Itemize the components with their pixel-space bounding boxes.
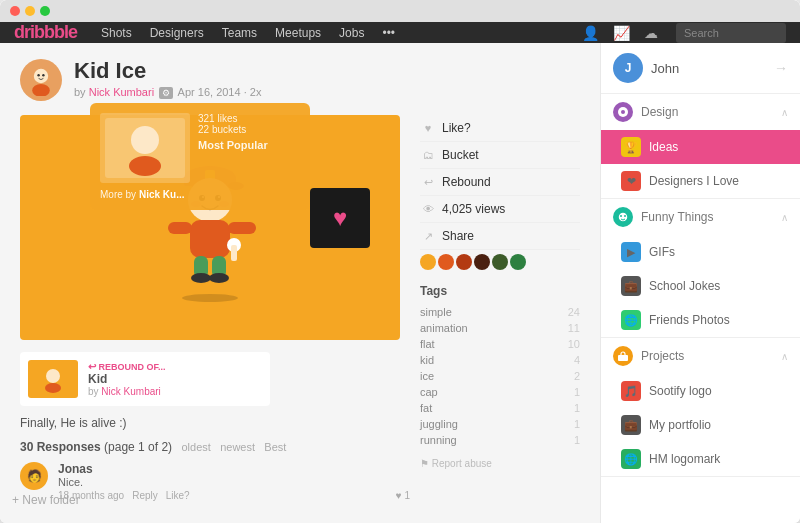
close-dot[interactable] (10, 6, 20, 16)
nav-meetups[interactable]: Meetups (275, 26, 321, 40)
svg-rect-16 (168, 222, 192, 234)
maximize-dot[interactable] (40, 6, 50, 16)
friends-photos-label: Friends Photos (649, 313, 730, 327)
rebound-by: by Nick Kumbari (88, 386, 166, 397)
popup-thumbnail[interactable] (100, 113, 190, 183)
tags-section: Tags simple24 animation11 flat10 kid4 ic… (420, 284, 580, 469)
ideas-label: Ideas (649, 140, 678, 154)
sidebar-item-spotify[interactable]: 🎵 Sootify logo (601, 374, 800, 408)
action-bucket[interactable]: 🗂 Bucket (420, 142, 580, 169)
person-icon[interactable]: 👤 (582, 25, 599, 41)
heart-icon: ♥ (333, 204, 347, 232)
author-link[interactable]: Nick Kumbari (89, 86, 154, 98)
shot-actions: ♥ Like? 🗂 Bucket ↩ Rebound 👁 (420, 115, 580, 270)
nav-teams[interactable]: Teams (222, 26, 257, 40)
rebound-thumbnail[interactable] (28, 360, 78, 398)
svg-point-22 (191, 273, 211, 283)
section-label-funny: Funny Things (641, 210, 714, 224)
action-views: 👁 4,025 views (420, 196, 580, 223)
report-abuse[interactable]: ⚑ Report abuse (420, 458, 580, 469)
sidebar-item-ideas[interactable]: 🏆 Ideas (601, 130, 800, 164)
sidebar-item-designers-love[interactable]: ❤ Designers I Love (601, 164, 800, 198)
sidebar-item-gifs[interactable]: ▶ GIFs (601, 235, 800, 269)
section-header-projects[interactable]: Projects ∧ (601, 338, 800, 374)
navbar-icons: 👤 📈 ☁ (582, 25, 658, 41)
sidebar-arrow-icon[interactable]: → (774, 60, 788, 76)
sidebar-user-avatar: J (613, 53, 643, 83)
rebound-info: ↩ REBOUND OF... Kid by Nick Kumbari (88, 361, 166, 397)
section-header-design[interactable]: Design ∧ (601, 94, 800, 130)
black-card[interactable]: ♥ (310, 188, 370, 248)
sidebar-item-hm-logo[interactable]: 🌐 HM logomark (601, 442, 800, 476)
author-badge: ⚙ (159, 87, 173, 99)
bucket-label: Bucket (442, 148, 479, 162)
sidebar-item-friends-photos[interactable]: 🌐 Friends Photos (601, 303, 800, 337)
sidebar-user: J John → (601, 43, 800, 94)
tag-row: ice2 (420, 368, 580, 384)
minimize-dot[interactable] (25, 6, 35, 16)
svg-point-3 (42, 74, 44, 76)
rebound-action-label: Rebound (442, 175, 491, 189)
sort-oldest[interactable]: oldest (181, 441, 210, 453)
action-like[interactable]: ♥ Like? (420, 115, 580, 142)
color-swatch-3[interactable] (456, 254, 472, 270)
response-username[interactable]: Jonas (58, 462, 410, 476)
share-icon: ↗ (420, 228, 436, 244)
color-swatch-4[interactable] (474, 254, 490, 270)
rebound-title[interactable]: Kid (88, 372, 166, 386)
section-label-design: Design (641, 105, 678, 119)
spotify-icon: 🎵 (621, 381, 641, 401)
upload-icon[interactable]: ☁ (644, 25, 658, 41)
tag-row: flat10 (420, 336, 580, 352)
svg-rect-15 (190, 220, 230, 258)
shot-right: ♥ Like? 🗂 Bucket ↩ Rebound 👁 (420, 115, 580, 509)
ideas-icon: 🏆 (621, 137, 641, 157)
popup-likes: 321 likes (198, 113, 300, 124)
popup-content: 321 likes 22 buckets Most Popular (100, 113, 300, 183)
shot-popup: 321 likes 22 buckets Most Popular More b… (90, 103, 310, 210)
color-swatch-2[interactable] (438, 254, 454, 270)
responses-count: 30 Responses (20, 440, 101, 454)
rebound-author[interactable]: Nick Kumbari (101, 386, 160, 397)
tag-row: kid4 (420, 352, 580, 368)
nav-jobs[interactable]: Jobs (339, 26, 364, 40)
popup-more-link[interactable]: Nick Ku... (139, 189, 185, 200)
svg-point-32 (624, 215, 626, 217)
svg-point-35 (131, 126, 159, 154)
funny-chevron-icon: ∧ (781, 212, 788, 223)
color-swatch-1[interactable] (420, 254, 436, 270)
main-layout: Kid Ice by Nick Kumbari ⚙ Apr 16, 2014 ·… (0, 43, 800, 523)
nav-more[interactable]: ••• (382, 26, 395, 40)
sidebar-section-funny: Funny Things ∧ ▶ GIFs 💼 School Jokes 🌐 F… (601, 199, 800, 338)
shot-byline: by Nick Kumbari ⚙ Apr 16, 2014 · 2x (74, 86, 261, 98)
color-swatch-5[interactable] (492, 254, 508, 270)
friends-photos-icon: 🌐 (621, 310, 641, 330)
shot-description: Finally, He is alive :) (20, 416, 410, 430)
sidebar-item-portfolio[interactable]: 💼 My portfolio (601, 408, 800, 442)
activity-icon[interactable]: 📈 (613, 25, 630, 41)
section-header-funny[interactable]: Funny Things ∧ (601, 199, 800, 235)
dribbble-logo[interactable]: dribbble (14, 22, 77, 43)
action-share[interactable]: ↗ Share (420, 223, 580, 250)
svg-point-29 (621, 110, 625, 114)
tags-title: Tags (420, 284, 580, 298)
spotify-label: Sootify logo (649, 384, 712, 398)
author-avatar[interactable] (20, 59, 62, 101)
color-swatch-6[interactable] (510, 254, 526, 270)
views-count: 4,025 views (442, 202, 505, 216)
sort-best[interactable]: Best (264, 441, 286, 453)
funny-section-icon (613, 207, 633, 227)
shot-date: Apr 16, 2014 (178, 86, 241, 98)
projects-section-icon (613, 346, 633, 366)
action-rebound[interactable]: ↩ Rebound (420, 169, 580, 196)
sort-newest[interactable]: newest (220, 441, 255, 453)
shot-header: Kid Ice by Nick Kumbari ⚙ Apr 16, 2014 ·… (20, 59, 580, 101)
popup-buckets: 22 buckets (198, 124, 300, 135)
svg-rect-19 (231, 245, 237, 261)
svg-point-1 (32, 84, 50, 96)
search-input[interactable] (676, 23, 786, 43)
sidebar-item-school-jokes[interactable]: 💼 School Jokes (601, 269, 800, 303)
nav-designers[interactable]: Designers (150, 26, 204, 40)
like-count: ♥ 1 (396, 490, 410, 501)
nav-shots[interactable]: Shots (101, 26, 132, 40)
